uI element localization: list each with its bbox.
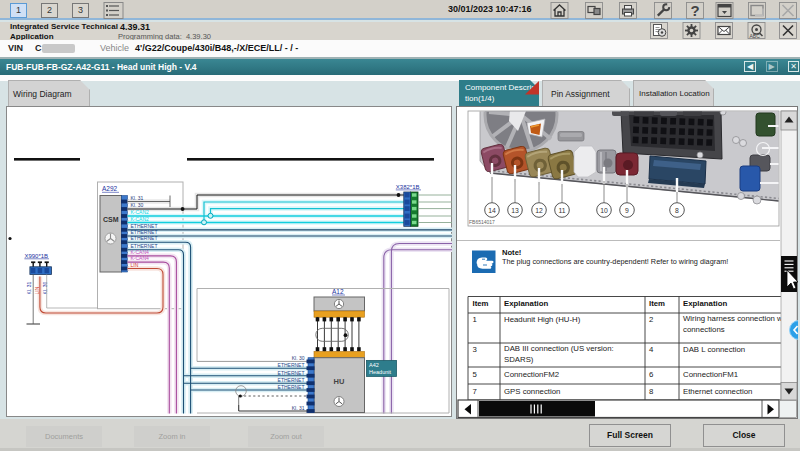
svg-text:K-CAN4: K-CAN4: [131, 249, 150, 255]
svg-text:8: 8: [649, 387, 653, 396]
svg-text:LIN: LIN: [131, 262, 139, 268]
svg-text:5: 5: [473, 370, 478, 379]
svg-text:8: 8: [675, 207, 679, 214]
svg-text:Kl. 31: Kl. 31: [131, 195, 144, 201]
svg-text:11: 11: [558, 207, 565, 214]
svg-text:The plug connections are count: The plug connections are country-depende…: [502, 257, 728, 266]
svg-text:GPS connection: GPS connection: [504, 387, 560, 396]
svg-text:ETHERNET: ETHERNET: [278, 362, 305, 368]
svg-text:?: ?: [690, 2, 699, 19]
svg-text:HU: HU: [334, 377, 345, 386]
svg-text:ConnectionFM2: ConnectionFM2: [504, 370, 559, 379]
svg-text:Kl. 30: Kl. 30: [292, 355, 305, 361]
svg-text:1: 1: [473, 315, 477, 324]
svg-text:ETHERNET: ETHERNET: [278, 377, 305, 383]
svg-text:9: 9: [625, 207, 629, 214]
svg-text:Wiring harness connection w: Wiring harness connection w: [683, 314, 783, 323]
svg-text:ETHERNET: ETHERNET: [131, 229, 158, 235]
svg-text:ETHERNET: ETHERNET: [131, 243, 158, 249]
svg-text:A42: A42: [369, 362, 379, 368]
svg-text:Headunit: Headunit: [369, 369, 391, 375]
svg-text:ETHERNET: ETHERNET: [278, 370, 305, 376]
svg-text:7: 7: [473, 387, 477, 396]
svg-text:Item: Item: [473, 299, 489, 308]
svg-text:14: 14: [488, 207, 496, 214]
svg-text:Kl. 31: Kl. 31: [292, 405, 305, 411]
svg-text:13: 13: [511, 207, 519, 214]
svg-text:CSM: CSM: [103, 216, 119, 223]
svg-text:X990*1B: X990*1B: [24, 253, 48, 259]
svg-text:Kl. 30: Kl. 30: [131, 202, 144, 208]
svg-text:DAB L connection: DAB L connection: [683, 345, 745, 354]
svg-text:Kl. 31: Kl. 31: [26, 281, 32, 294]
svg-text:Ethernet connection: Ethernet connection: [683, 387, 752, 396]
svg-text:10: 10: [600, 207, 608, 214]
svg-text:A292: A292: [102, 185, 118, 192]
svg-text:A12: A12: [332, 288, 344, 295]
svg-text:Explanation: Explanation: [683, 299, 727, 308]
svg-text:Headunit High (HU-H): Headunit High (HU-H): [504, 315, 581, 324]
svg-text:LIN: LIN: [34, 286, 40, 294]
svg-text:ETHERNET: ETHERNET: [131, 223, 158, 229]
svg-text:Item: Item: [649, 299, 665, 308]
svg-text:DAB III connection (US version: DAB III connection (US version:: [504, 344, 614, 353]
svg-text:2: 2: [649, 315, 653, 324]
svg-text:Explanation: Explanation: [504, 299, 548, 308]
svg-text:12: 12: [535, 207, 543, 214]
svg-text:X382*1B: X382*1B: [396, 184, 420, 190]
svg-text:FB6514017: FB6514017: [469, 219, 495, 225]
svg-text:K-CAN4: K-CAN4: [131, 255, 150, 261]
svg-text:6: 6: [649, 370, 653, 379]
svg-text:ETHERNET: ETHERNET: [131, 235, 158, 241]
svg-text:SDARS): SDARS): [504, 355, 534, 364]
svg-text:K-CAN2: K-CAN2: [131, 209, 150, 215]
svg-text:ConnectionFM1: ConnectionFM1: [683, 370, 738, 379]
svg-text:4: 4: [649, 345, 654, 354]
svg-text:connections: connections: [683, 325, 725, 334]
svg-text:3: 3: [473, 345, 477, 354]
svg-text:K-CAN2: K-CAN2: [131, 216, 150, 222]
svg-text:ETHERNET: ETHERNET: [278, 384, 305, 390]
